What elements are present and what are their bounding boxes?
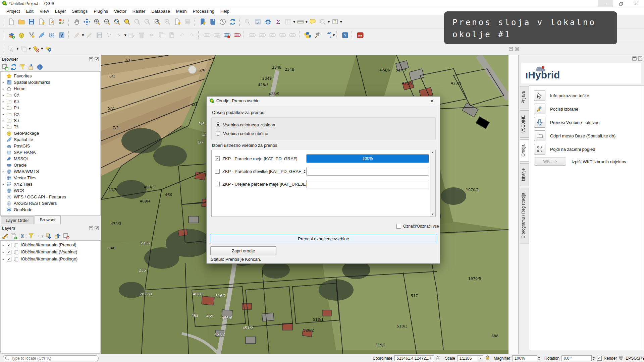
browser-item-p[interactable]: ▸P:\ bbox=[1, 105, 100, 111]
highlight-pinned-labels-icon[interactable]: abc bbox=[232, 31, 242, 40]
restore-button[interactable] bbox=[613, 0, 629, 7]
expand-arrow-icon[interactable]: ▸ bbox=[1, 250, 6, 254]
zoom-out-icon[interactable] bbox=[102, 17, 112, 26]
browser-item-c[interactable]: ▸C:\ bbox=[1, 92, 100, 98]
expand-all-icon[interactable] bbox=[45, 232, 52, 240]
filter-legend-icon[interactable] bbox=[28, 232, 35, 240]
browser-item-s[interactable]: ▸S:\ bbox=[1, 117, 100, 124]
map-float-icon[interactable] bbox=[509, 47, 513, 52]
menu-edit[interactable]: Edit bbox=[23, 8, 36, 14]
menu-database[interactable]: Database bbox=[148, 8, 173, 14]
expand-arrow-icon[interactable]: ▸ bbox=[1, 81, 6, 84]
browser-item-postgis[interactable]: PostGIS bbox=[1, 143, 100, 149]
lock-scale-icon[interactable] bbox=[485, 355, 490, 361]
expand-arrow-icon[interactable]: ▸ bbox=[1, 183, 6, 186]
refresh-browser-icon[interactable] bbox=[10, 63, 17, 71]
deselect-all-icon[interactable] bbox=[31, 44, 41, 53]
vtab-prijava[interactable]: Prijava bbox=[520, 86, 529, 109]
expand-arrow-icon[interactable]: ▸ bbox=[1, 257, 6, 261]
magnifier-spinner[interactable]: 100% bbox=[512, 355, 540, 361]
content-checkbox[interactable] bbox=[215, 182, 220, 186]
coordinate-input[interactable]: 513461.4,124721.7 bbox=[394, 355, 434, 361]
menu-mesh[interactable]: Mesh bbox=[173, 8, 190, 14]
browser-item-wfs-ogc-api-features[interactable]: VWFS / OGC API - Features bbox=[1, 194, 100, 200]
expand-arrow-icon[interactable]: ▸ bbox=[1, 243, 6, 247]
close-tool-button[interactable]: Zapri orodje bbox=[210, 246, 276, 255]
download-selected-button[interactable]: Prenesi označene vsebine bbox=[210, 234, 437, 243]
help-icon[interactable]: ? bbox=[340, 31, 350, 40]
repeat-last-tool-icon[interactable] bbox=[323, 31, 332, 40]
collapse-all-icon[interactable] bbox=[28, 63, 35, 71]
expand-arrow-icon[interactable]: ▸ bbox=[1, 113, 6, 116]
dock-tab-browser[interactable]: Browser bbox=[35, 216, 61, 224]
content-checkbox[interactable] bbox=[215, 169, 220, 174]
browser-item-t[interactable]: ▸T:\ bbox=[1, 124, 100, 130]
layers-float-icon[interactable] bbox=[89, 226, 93, 230]
manage-map-themes-icon[interactable] bbox=[19, 232, 26, 240]
measure-line-icon[interactable] bbox=[296, 17, 305, 26]
extents-toggle-icon[interactable] bbox=[436, 355, 441, 361]
vtab-o-programu-registracija[interactable]: O programu / Registracija bbox=[520, 188, 529, 244]
text-annotation-dropdown-icon[interactable]: ▾ bbox=[340, 19, 342, 24]
browser-item-vector-tiles[interactable]: Vector Tiles bbox=[1, 175, 100, 181]
zoom-to-layer-icon[interactable] bbox=[122, 17, 132, 26]
add-mesh-layer-icon[interactable] bbox=[47, 31, 56, 40]
add-selected-layers-icon[interactable] bbox=[1, 63, 9, 71]
browser-item-mssql[interactable]: MSSQL bbox=[1, 156, 100, 162]
open-layer-styling-icon[interactable] bbox=[1, 232, 9, 240]
cursorA-button[interactable] bbox=[534, 90, 545, 101]
zoom-in-icon[interactable] bbox=[92, 17, 102, 26]
browser-item-geopackage[interactable]: GeoPackage bbox=[1, 130, 100, 136]
expand-arrow-icon[interactable]: ▸ bbox=[1, 100, 6, 103]
expand-button[interactable] bbox=[534, 144, 545, 155]
open-project-icon[interactable] bbox=[17, 17, 26, 26]
menu-layer[interactable]: Layer bbox=[52, 8, 69, 14]
select-by-location-icon[interactable] bbox=[44, 44, 53, 53]
radio-selected[interactable] bbox=[216, 122, 220, 127]
add-vector-layer-icon[interactable] bbox=[27, 31, 36, 40]
vtab-iskanje[interactable]: Iskanje bbox=[520, 163, 529, 186]
layer-row[interactable]: ▸✓iObčina/iKomunala (Podloge) bbox=[1, 255, 100, 262]
radio-unselected[interactable] bbox=[216, 131, 220, 136]
text-annotation-icon[interactable]: T bbox=[330, 17, 340, 26]
enable-properties-widget-icon[interactable]: i bbox=[36, 63, 44, 71]
layer-visibility-checkbox[interactable]: ✓ bbox=[7, 257, 11, 261]
zoom-full-extent-icon[interactable] bbox=[112, 17, 122, 26]
pan-map-icon[interactable] bbox=[72, 17, 82, 26]
new-map-view-icon[interactable] bbox=[173, 17, 182, 26]
refresh-map-icon[interactable] bbox=[228, 17, 237, 26]
menu-view[interactable]: View bbox=[37, 8, 52, 14]
browser-item-favorites[interactable]: Favorites bbox=[1, 73, 100, 79]
browser-item-arcgis-rest-servers[interactable]: ArcGIS REST Servers bbox=[1, 200, 100, 206]
panel-float-icon[interactable] bbox=[632, 56, 637, 61]
menu-settings[interactable]: Settings bbox=[69, 8, 91, 14]
layers-close-icon[interactable] bbox=[95, 226, 99, 230]
add-virtual-layer-icon[interactable] bbox=[57, 31, 66, 40]
new-spatial-bookmark-icon[interactable] bbox=[198, 17, 207, 26]
folderO-button[interactable] bbox=[534, 130, 545, 141]
pan-map-to-selection-icon[interactable] bbox=[82, 17, 92, 26]
browser-item-wcs[interactable]: WCS bbox=[1, 187, 100, 194]
scale-combo[interactable]: 1:1386 ▼ bbox=[457, 355, 483, 361]
zoom-last-icon[interactable] bbox=[153, 17, 162, 26]
browser-item-r[interactable]: ▸R:\ bbox=[1, 111, 100, 117]
layer-visibility-checkbox[interactable]: ✓ bbox=[7, 243, 11, 247]
style-manager-icon[interactable]: a bbox=[57, 17, 66, 26]
browser-item-home[interactable]: ▸Home bbox=[1, 85, 100, 92]
menu-raster[interactable]: Raster bbox=[129, 8, 148, 14]
show-layout-manager-icon[interactable] bbox=[47, 17, 56, 26]
layer-row[interactable]: ▸✓iObčina/iKomunala (Vsebine) bbox=[1, 248, 100, 255]
expand-arrow-icon[interactable]: ▸ bbox=[1, 170, 6, 173]
content-checkbox[interactable]: ✓ bbox=[215, 156, 220, 161]
expand-arrow-icon[interactable]: ▸ bbox=[1, 106, 6, 110]
wkt-button[interactable]: WKT -> bbox=[534, 158, 566, 166]
show-spatial-bookmarks-icon[interactable] bbox=[208, 17, 217, 26]
rotation-spinner[interactable]: 0,0 ° bbox=[561, 355, 595, 361]
menu-vector[interactable]: Vector bbox=[111, 8, 129, 14]
menu-processing[interactable]: Processing bbox=[190, 8, 217, 14]
statistical-summary-icon[interactable] bbox=[253, 17, 263, 26]
pin-labels-icon[interactable]: abc bbox=[222, 31, 232, 40]
close-button[interactable] bbox=[629, 0, 644, 7]
ihybrid-plugin-icon[interactable]: IHY bbox=[356, 31, 365, 40]
menu-plugins[interactable]: Plugins bbox=[91, 8, 111, 14]
